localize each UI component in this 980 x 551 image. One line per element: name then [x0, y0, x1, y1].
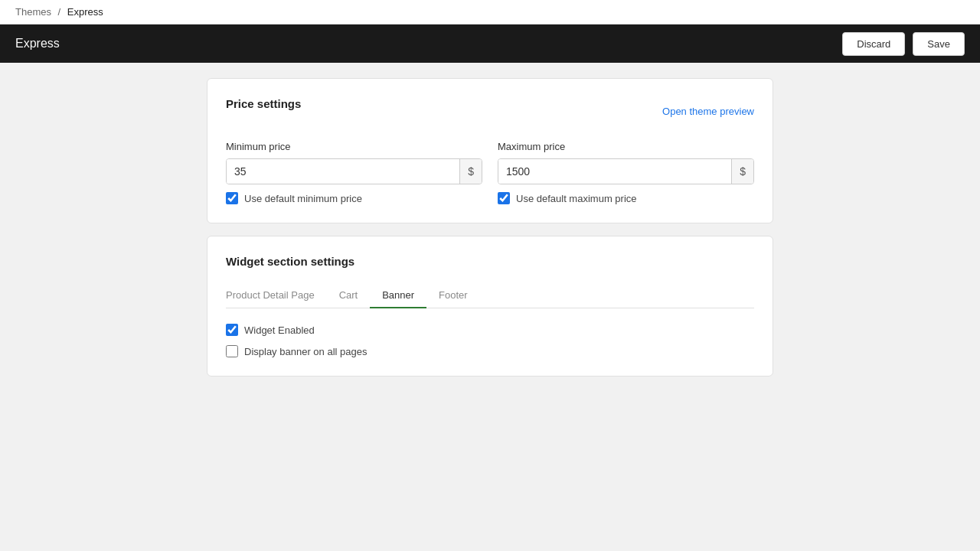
max-price-checkbox[interactable]: [498, 192, 510, 204]
breadcrumb-bar: Themes / Express: [0, 0, 980, 24]
widget-enabled-checkbox[interactable]: [226, 324, 238, 336]
tab-product-detail-page[interactable]: Product Detail Page: [226, 283, 327, 308]
main-content: Price settings Open theme preview Minimu…: [0, 63, 980, 404]
tab-cart[interactable]: Cart: [327, 283, 371, 308]
price-settings-card: Price settings Open theme preview Minimu…: [207, 78, 773, 223]
widget-enabled-label: Widget Enabled: [244, 324, 315, 336]
save-button[interactable]: Save: [913, 32, 965, 56]
price-settings-title: Price settings: [226, 97, 301, 110]
display-banner-checkbox[interactable]: [226, 345, 238, 357]
tab-banner[interactable]: Banner: [370, 283, 426, 308]
min-price-col: Minimum price $ Use default minimum pric…: [226, 141, 482, 204]
display-banner-row: Display banner on all pages: [226, 345, 754, 357]
min-price-checkbox-row: Use default minimum price: [226, 192, 482, 204]
widget-section-title: Widget section settings: [226, 255, 754, 268]
breadcrumb-parent[interactable]: Themes: [15, 6, 51, 18]
min-price-input-group: $: [226, 158, 482, 184]
top-nav: Express Discard Save: [0, 24, 980, 63]
widget-section-card: Widget section settings Product Detail P…: [207, 236, 773, 377]
discard-button[interactable]: Discard: [842, 32, 905, 56]
min-price-checkbox[interactable]: [226, 192, 238, 204]
max-price-input-group: $: [498, 158, 754, 184]
min-price-label: Minimum price: [226, 141, 482, 152]
breadcrumb-separator: /: [58, 6, 61, 18]
price-settings-header: Price settings Open theme preview: [226, 97, 754, 126]
price-row: Minimum price $ Use default minimum pric…: [226, 141, 754, 204]
max-price-input[interactable]: [498, 159, 731, 184]
min-price-input[interactable]: [227, 159, 459, 184]
min-price-checkbox-label: Use default minimum price: [244, 193, 362, 204]
max-price-col: Maximum price $ Use default maximum pric…: [498, 141, 754, 204]
tab-footer[interactable]: Footer: [426, 283, 480, 308]
widget-enabled-row: Widget Enabled: [226, 324, 754, 336]
max-price-label: Maximum price: [498, 141, 754, 152]
max-price-checkbox-row: Use default maximum price: [498, 192, 754, 204]
open-theme-preview-link[interactable]: Open theme preview: [662, 106, 754, 117]
widget-options: Widget Enabled Display banner on all pag…: [226, 324, 754, 357]
breadcrumb-current: Express: [67, 6, 103, 18]
max-price-checkbox-label: Use default maximum price: [516, 193, 637, 204]
max-price-currency: $: [731, 159, 753, 184]
nav-actions: Discard Save: [842, 32, 965, 56]
min-price-currency: $: [459, 159, 482, 184]
app-name: Express: [15, 37, 60, 51]
widget-tabs: Product Detail Page Cart Banner Footer: [226, 283, 754, 308]
display-banner-label: Display banner on all pages: [244, 346, 367, 357]
